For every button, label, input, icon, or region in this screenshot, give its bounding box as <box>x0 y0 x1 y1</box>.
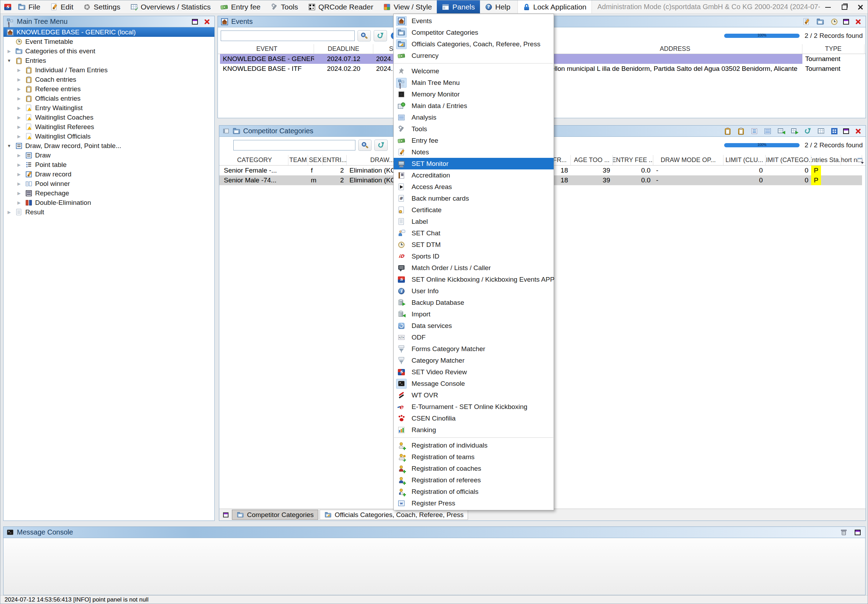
panels-menu-item-tools[interactable]: Tools <box>394 123 553 135</box>
tree-item-officials-entries[interactable]: ▶Officials entries <box>3 94 214 103</box>
column-header-deadline[interactable]: DEADLINE <box>314 44 373 54</box>
console-toolbar-window-restore-button[interactable] <box>853 528 862 537</box>
events-refresh-button[interactable] <box>374 30 387 42</box>
tree-item-categories-of-this-event[interactable]: ▶Categories of this event <box>3 46 214 56</box>
column-header-entry-fee[interactable]: ENTRY FEE ... <box>613 155 653 165</box>
panels-menu-item-registration-of-teams[interactable]: Registration of teams <box>394 451 553 463</box>
panels-menu-item-category-matcher[interactable]: Category Matcher <box>394 355 553 366</box>
panels-menu-item-accreditation[interactable]: Accreditation <box>394 169 553 181</box>
panels-menu-item-notes[interactable]: Notes <box>394 146 553 158</box>
menubar-item-lock-application[interactable]: Lock Application <box>518 0 592 13</box>
tree-item-waitinglist-officials[interactable]: ▶Waitinglist Officials <box>3 132 214 141</box>
expand-arrow-icon[interactable]: ▶ <box>16 115 22 120</box>
tree-item-draw[interactable]: ▶Draw <box>3 150 214 160</box>
tree-panel-restore-button[interactable] <box>191 17 200 26</box>
panels-menu-item-set-video-review[interactable]: SET Video Review <box>394 366 553 378</box>
categories-panel-restore-button[interactable] <box>842 127 851 136</box>
panels-menu-item-currency[interactable]: Currency <box>394 50 553 61</box>
expand-arrow-icon[interactable]: ▶ <box>16 105 22 110</box>
categories-toolbar-table-export-button[interactable] <box>790 127 799 136</box>
column-header-category[interactable]: CATEGORY <box>221 155 288 165</box>
menubar-item-overviews-statistics[interactable]: Overviews / Statistics <box>125 0 216 13</box>
panels-menu-item-memory-monitor[interactable]: Memory Monitor <box>394 88 553 100</box>
console-toolbar-trash-button[interactable] <box>839 528 848 537</box>
menubar-item-entry-fee[interactable]: Entry fee <box>215 0 265 13</box>
panels-menu-item-certificate[interactable]: Certificate <box>394 204 553 216</box>
panels-menu-item-entry-fee[interactable]: Entry fee <box>394 135 553 146</box>
expand-arrow-icon[interactable]: ▶ <box>16 68 22 73</box>
categories-refresh-button[interactable] <box>374 139 388 151</box>
expand-arrow-icon[interactable]: ▶ <box>16 77 22 82</box>
tree-item-event-timetable[interactable]: Event Timetable <box>3 37 214 46</box>
panels-menu-item-set-monitor[interactable]: SET Monitor <box>394 158 553 169</box>
column-header-event[interactable]: EVENT <box>220 44 314 54</box>
events-search-button[interactable] <box>358 30 371 42</box>
expand-arrow-icon[interactable]: ▶ <box>16 172 22 177</box>
tree-item-coach-entries[interactable]: ▶Coach entries <box>3 75 214 84</box>
column-header-sex[interactable]: SEX <box>308 155 323 165</box>
panels-menu-item-main-data-entries[interactable]: Main data / Entries <box>394 100 553 112</box>
categories-toolbar-list-detail-button[interactable] <box>763 127 772 136</box>
categories-toolbar-clip-edit-button[interactable] <box>723 127 732 136</box>
categories-search-input[interactable] <box>233 140 355 150</box>
panels-menu-item-user-info[interactable]: User Info <box>394 285 553 297</box>
menubar-item-file[interactable]: File <box>13 0 45 13</box>
column-header-entries-sta[interactable]: Entries Sta... <box>811 155 841 165</box>
panels-menu-item-odf[interactable]: ODF <box>394 331 553 343</box>
menubar-item-help[interactable]: Help <box>480 0 515 13</box>
tree-item-draw-record[interactable]: ▶Draw record <box>3 169 214 179</box>
panels-menu-item-data-services[interactable]: Data services <box>394 320 553 331</box>
panels-menu-item-main-tree-menu[interactable]: Main Tree Menu <box>394 77 553 88</box>
collapse-arrow-icon[interactable]: ▼ <box>6 144 12 149</box>
menubar-item-qrcode-reader[interactable]: QRCode Reader <box>303 0 378 13</box>
column-header-entri[interactable]: ENTRI... <box>323 155 347 165</box>
panels-menu-item-events[interactable]: Events <box>394 15 553 27</box>
column-header-type[interactable]: TYPE <box>802 44 865 54</box>
tree-item-double-elimination[interactable]: ▶Double-Elimination <box>3 198 214 207</box>
menubar-item-edit[interactable]: Edit <box>45 0 78 13</box>
column-header-age-too[interactable]: AGE TOO ... <box>571 155 613 165</box>
panels-menu-item-import[interactable]: Import <box>394 308 553 320</box>
expand-arrow-icon[interactable]: ▶ <box>16 200 22 205</box>
tree-item-pool-winner[interactable]: ▶Pool winner <box>3 179 214 188</box>
menubar-item-settings[interactable]: Settings <box>78 0 125 13</box>
tree-panel-close-button[interactable] <box>202 17 212 26</box>
panels-menu-item-ranking[interactable]: Ranking <box>394 424 553 436</box>
categories-toolbar-table-import-button[interactable] <box>777 127 786 136</box>
menubar-item-panels[interactable]: Panels <box>437 0 480 13</box>
tree-item-waitinglist-coaches[interactable]: ▶Waitinglist Coaches <box>3 113 214 122</box>
categories-toolbar-table-refresh-button[interactable] <box>803 127 812 136</box>
expand-arrow-icon[interactable]: ▶ <box>6 210 12 215</box>
panels-menu-item-officials-categories-coach-referee-press[interactable]: Officials Categories, Coach, Referee, Pr… <box>394 38 553 50</box>
tree-item-draw-draw-record-point-table[interactable]: ▼Draw, Draw record, Point table... <box>3 141 214 150</box>
menubar-item-view-style[interactable]: View / Style <box>378 0 437 13</box>
expand-arrow-icon[interactable]: ▶ <box>16 134 22 139</box>
panels-menu-item-backup-database[interactable]: Backup Database <box>394 297 553 308</box>
menubar-item-tools[interactable]: Tools <box>266 0 303 13</box>
panels-menu-item-registration-of-referees[interactable]: Registration of referees <box>394 474 553 486</box>
field-chooser-icon[interactable] <box>856 156 864 164</box>
panels-menu-item-access-areas[interactable]: Access Areas <box>394 181 553 192</box>
panels-menu-item-label[interactable]: Label <box>394 216 553 227</box>
minimize-button[interactable] <box>820 0 836 14</box>
panels-menu-item-welcome[interactable]: Welcome <box>394 65 553 77</box>
panels-menu-item-analysis[interactable]: Analysis <box>394 112 553 123</box>
tab-competitor-categories[interactable]: Competitor Categories <box>232 510 318 520</box>
panels-menu-item-competitor-categories[interactable]: Competitor Categories <box>394 27 553 38</box>
tree-item-repechage[interactable]: ▶Repechage <box>3 188 214 198</box>
expand-arrow-icon[interactable]: ▶ <box>16 124 22 129</box>
panels-menu-item-csen-cinofilia[interactable]: CSEN Cinofilia <box>394 412 553 424</box>
collapse-arrow-icon[interactable]: ▼ <box>6 58 12 63</box>
categories-toolbar-grid-blue-button[interactable] <box>830 127 839 136</box>
tree-item-result[interactable]: ▶Result <box>3 207 214 217</box>
panels-menu-item-forms-category-matcher[interactable]: Forms Category Matcher <box>394 343 553 355</box>
events-toolbar-clock-button[interactable] <box>830 17 839 26</box>
dock-icon[interactable] <box>222 127 230 135</box>
panels-menu-item-message-console[interactable]: Message Console <box>394 378 553 389</box>
tree-item-referee-entries[interactable]: ▶Referee entries <box>3 84 214 94</box>
column-header-address[interactable]: ADDRESS <box>548 44 802 54</box>
tree-item-knowledge-base-generic-local[interactable]: KNOWLEDGE BASE - GENERIC (local) <box>3 27 214 37</box>
panels-menu-item-registration-of-individuals[interactable]: Registration of individuals <box>394 440 553 451</box>
categories-toolbar-clipboard-button[interactable] <box>736 127 746 136</box>
expand-arrow-icon[interactable]: ▶ <box>16 191 22 196</box>
